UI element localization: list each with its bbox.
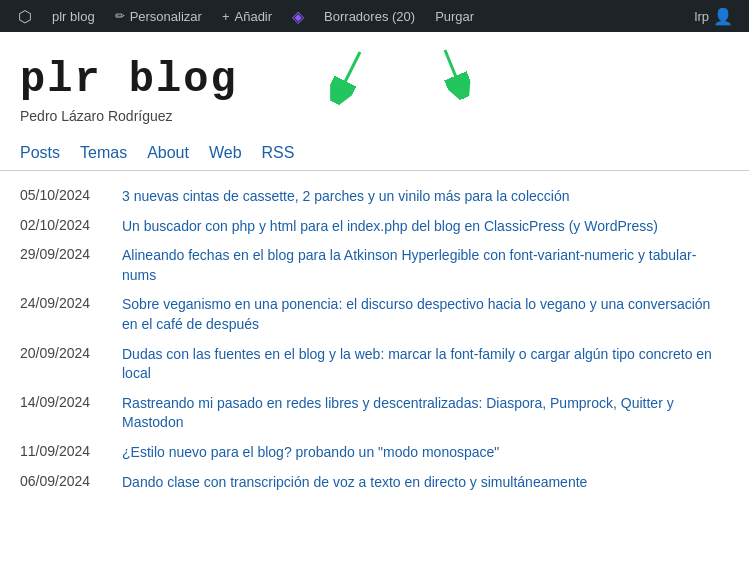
post-row: 06/09/2024Dando clase con transcripción … — [20, 473, 729, 493]
admin-bar-drafts-label: Borradores (20) — [324, 9, 415, 24]
post-row: 14/09/2024Rastreando mi pasado en redes … — [20, 394, 729, 433]
admin-bar-blog-name[interactable]: plr blog — [42, 0, 105, 32]
nav-about[interactable]: About — [147, 144, 189, 162]
wp-icon: ⬡ — [18, 7, 32, 26]
posts-list: 05/10/20243 nuevas cintas de cassette, 2… — [0, 179, 749, 510]
admin-bar-blog-name-label: plr blog — [52, 9, 95, 24]
admin-bar-customize-label: Personalizar — [130, 9, 202, 24]
post-row: 29/09/2024Alineando fechas en el blog pa… — [20, 246, 729, 285]
post-date: 06/09/2024 — [20, 473, 108, 489]
admin-bar-blog-icon[interactable]: ⬡ — [8, 0, 42, 32]
post-link[interactable]: Alineando fechas en el blog para la Atki… — [122, 246, 729, 285]
site-header: plr blog Pedro Lázaro Rodríguez — [0, 32, 749, 136]
admin-bar-add[interactable]: + Añadir — [212, 0, 282, 32]
post-link[interactable]: Dando clase con transcripción de voz a t… — [122, 473, 587, 493]
post-date: 24/09/2024 — [20, 295, 108, 311]
post-date: 11/09/2024 — [20, 443, 108, 459]
post-row: 20/09/2024Dudas con las fuentes en el bl… — [20, 345, 729, 384]
nav-rss[interactable]: RSS — [262, 144, 295, 162]
post-link[interactable]: Sobre veganismo en una ponencia: el disc… — [122, 295, 729, 334]
admin-bar-username: lrp — [695, 9, 709, 24]
post-row: 02/10/2024Un buscador con php y html par… — [20, 217, 729, 237]
post-date: 05/10/2024 — [20, 187, 108, 203]
post-link[interactable]: Un buscador con php y html para el index… — [122, 217, 658, 237]
admin-bar: ⬡ plr blog ✏ Personalizar + Añadir ◈ Bor… — [0, 0, 749, 32]
admin-bar-purge[interactable]: Purgar — [425, 0, 484, 32]
admin-bar-customize[interactable]: ✏ Personalizar — [105, 0, 212, 32]
customize-icon: ✏ — [115, 9, 125, 23]
post-link[interactable]: Rastreando mi pasado en redes libres y d… — [122, 394, 729, 433]
post-row: 24/09/2024Sobre veganismo en una ponenci… — [20, 295, 729, 334]
post-row: 05/10/20243 nuevas cintas de cassette, 2… — [20, 187, 729, 207]
user-avatar-icon: 👤 — [713, 7, 733, 26]
post-link[interactable]: ¿Estilo nuevo para el blog? probando un … — [122, 443, 499, 463]
post-link[interactable]: Dudas con las fuentes en el blog y la we… — [122, 345, 729, 384]
add-icon: + — [222, 9, 230, 24]
nav-web[interactable]: Web — [209, 144, 242, 162]
post-row: 11/09/2024¿Estilo nuevo para el blog? pr… — [20, 443, 729, 463]
site-title: plr blog — [20, 56, 729, 104]
admin-bar-divi[interactable]: ◈ — [282, 0, 314, 32]
admin-bar-add-label: Añadir — [235, 9, 273, 24]
post-date: 20/09/2024 — [20, 345, 108, 361]
post-date: 14/09/2024 — [20, 394, 108, 410]
admin-bar-user[interactable]: lrp 👤 — [687, 7, 741, 26]
site-nav: Posts Temas About Web RSS — [0, 136, 749, 171]
site-tagline: Pedro Lázaro Rodríguez — [20, 108, 729, 124]
post-date: 29/09/2024 — [20, 246, 108, 262]
post-link[interactable]: 3 nuevas cintas de cassette, 2 parches y… — [122, 187, 569, 207]
admin-bar-purge-label: Purgar — [435, 9, 474, 24]
nav-posts[interactable]: Posts — [20, 144, 60, 162]
admin-bar-drafts[interactable]: Borradores (20) — [314, 0, 425, 32]
nav-temas[interactable]: Temas — [80, 144, 127, 162]
post-date: 02/10/2024 — [20, 217, 108, 233]
divi-icon: ◈ — [292, 7, 304, 26]
